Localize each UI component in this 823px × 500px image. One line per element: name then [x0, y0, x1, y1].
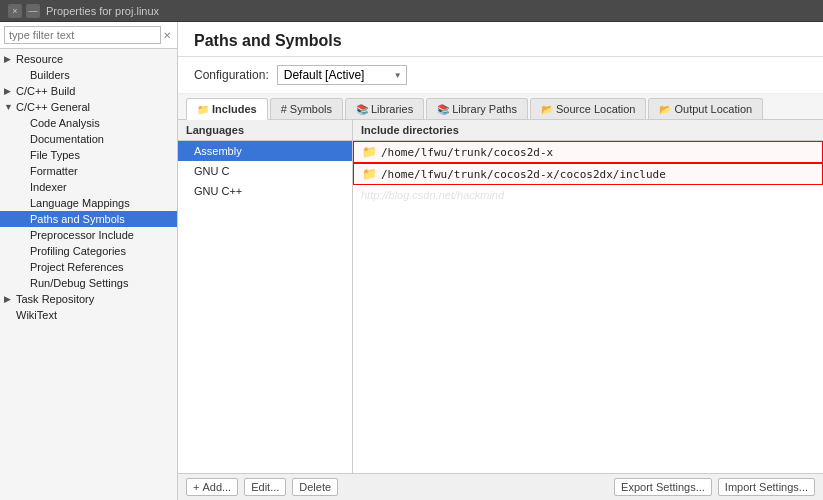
languages-header: Languages	[178, 120, 352, 141]
folder-icon: 📁	[197, 104, 209, 115]
filter-clear-icon[interactable]: ✕	[161, 30, 173, 41]
config-row: Configuration: Default [Active]DebugRele…	[178, 57, 823, 94]
lang-item-assembly[interactable]: Assembly	[178, 141, 352, 161]
dir-item-path1[interactable]: 📁 /home/lfwu/trunk/cocos2d-x	[353, 141, 823, 163]
content-area: Paths and Symbols Configuration: Default…	[178, 22, 823, 500]
sidebar-item-code-analysis[interactable]: Code Analysis	[0, 115, 177, 131]
tab-symbols[interactable]: # Symbols	[270, 98, 343, 119]
import-button[interactable]: Import Settings...	[718, 478, 815, 496]
sidebar-item-wikitext[interactable]: WikiText	[0, 307, 177, 323]
dir-path-2: /home/lfwu/trunk/cocos2d-x/cocos2dx/incl…	[381, 168, 666, 181]
edit-button[interactable]: Edit...	[244, 478, 286, 496]
page-header: Paths and Symbols	[178, 22, 823, 57]
title-bar: × — Properties for proj.linux	[0, 0, 823, 22]
include-directories-header: Include directories	[353, 120, 823, 141]
config-select[interactable]: Default [Active]DebugRelease	[277, 65, 407, 85]
sidebar-item-task-repo[interactable]: ▶ Task Repository	[0, 291, 177, 307]
tab-content: Languages Assembly GNU C GNU C++ Include…	[178, 120, 823, 473]
sidebar-item-resource[interactable]: ▶ Resource	[0, 51, 177, 67]
arrow-icon: ▼	[4, 102, 16, 112]
tab-output-location[interactable]: 📂 Output Location	[648, 98, 763, 119]
sidebar-item-cpp-general[interactable]: ▼ C/C++ General	[0, 99, 177, 115]
arrow-icon: ▶	[4, 294, 16, 304]
config-select-wrap[interactable]: Default [Active]DebugRelease	[277, 65, 407, 85]
folder-icon: 📁	[362, 167, 377, 181]
add-button[interactable]: + Add...	[186, 478, 238, 496]
dir-path-1: /home/lfwu/trunk/cocos2d-x	[381, 146, 553, 159]
filter-box: ✕	[0, 22, 177, 49]
sidebar-item-cpp-build[interactable]: ▶ C/C++ Build	[0, 83, 177, 99]
delete-button[interactable]: Delete	[292, 478, 338, 496]
export-button[interactable]: Export Settings...	[614, 478, 712, 496]
folder-icon: 📁	[362, 145, 377, 159]
source-icon: 📂	[541, 104, 553, 115]
sidebar-item-paths-and-symbols[interactable]: Paths and Symbols	[0, 211, 177, 227]
sidebar: ✕ ▶ Resource Builders ▶ C/C++ Build ▼ C/…	[0, 22, 178, 500]
window-title: Properties for proj.linux	[46, 5, 159, 17]
output-icon: 📂	[659, 104, 671, 115]
sidebar-item-builders[interactable]: Builders	[0, 67, 177, 83]
sidebar-item-documentation[interactable]: Documentation	[0, 131, 177, 147]
tab-libraries[interactable]: 📚 Libraries	[345, 98, 424, 119]
filter-input[interactable]	[4, 26, 161, 44]
config-label: Configuration:	[194, 68, 269, 82]
main-layout: ✕ ▶ Resource Builders ▶ C/C++ Build ▼ C/…	[0, 22, 823, 500]
arrow-icon: ▶	[4, 54, 16, 64]
sidebar-item-indexer[interactable]: Indexer	[0, 179, 177, 195]
library-paths-icon: 📚	[437, 104, 449, 115]
sidebar-item-preprocessor[interactable]: Preprocessor Include	[0, 227, 177, 243]
tab-source-location[interactable]: 📂 Source Location	[530, 98, 647, 119]
library-icon: 📚	[356, 104, 368, 115]
sidebar-item-project-refs[interactable]: Project References	[0, 259, 177, 275]
title-bar-icons[interactable]: × —	[8, 4, 40, 18]
lang-item-gnu-cpp[interactable]: GNU C++	[178, 181, 352, 201]
page-title: Paths and Symbols	[194, 32, 342, 49]
sidebar-item-run-debug[interactable]: Run/Debug Settings	[0, 275, 177, 291]
dir-item-path2[interactable]: 📁 /home/lfwu/trunk/cocos2d-x/cocos2dx/in…	[353, 163, 823, 185]
close-icon[interactable]: ×	[8, 4, 22, 18]
bottom-bar: + Add... Edit... Delete Export Settings.…	[178, 473, 823, 500]
sidebar-item-formatter[interactable]: Formatter	[0, 163, 177, 179]
sidebar-item-file-types[interactable]: File Types	[0, 147, 177, 163]
tab-includes[interactable]: 📁 Includes	[186, 98, 268, 120]
sidebar-item-language-mappings[interactable]: Language Mappings	[0, 195, 177, 211]
tab-library-paths[interactable]: 📚 Library Paths	[426, 98, 528, 119]
sidebar-item-profiling[interactable]: Profiling Categories	[0, 243, 177, 259]
minimize-icon[interactable]: —	[26, 4, 40, 18]
watermark: http://blog.csdn.net/hackmind	[353, 185, 823, 205]
include-directories-panel: Include directories 📁 /home/lfwu/trunk/c…	[353, 120, 823, 473]
sidebar-tree: ▶ Resource Builders ▶ C/C++ Build ▼ C/C+…	[0, 49, 177, 325]
tabs-bar: 📁 Includes # Symbols 📚 Libraries 📚 Libra…	[178, 94, 823, 120]
add-icon: +	[193, 481, 199, 493]
arrow-icon: ▶	[4, 86, 16, 96]
languages-panel: Languages Assembly GNU C GNU C++	[178, 120, 353, 473]
lang-item-gnu-c[interactable]: GNU C	[178, 161, 352, 181]
